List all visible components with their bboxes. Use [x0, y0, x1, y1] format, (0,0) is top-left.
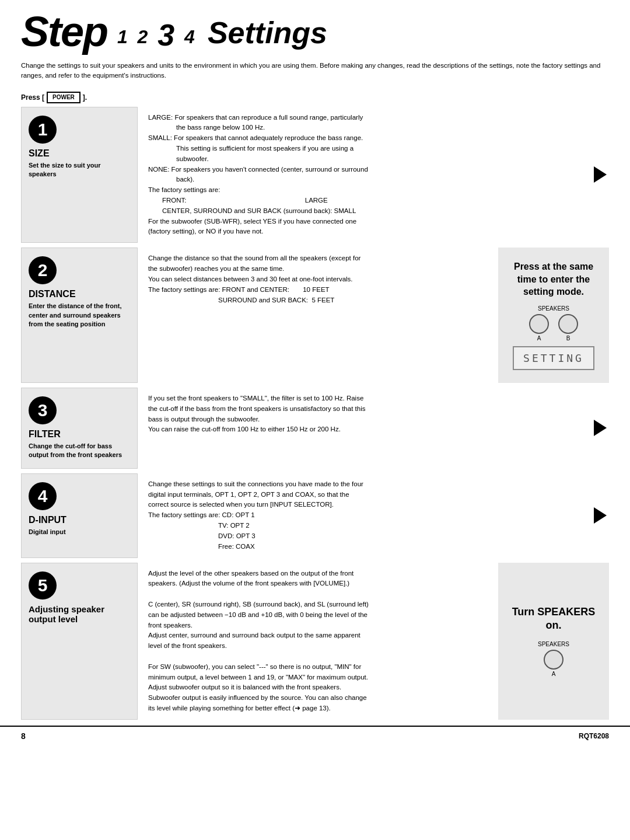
model-number: RQT6208	[579, 732, 609, 740]
section-3-right	[498, 388, 609, 469]
section-2-left: 2 DISTANCE Enter the distance of the fro…	[21, 248, 138, 383]
speaker-a-wrap: A	[529, 314, 549, 341]
section-2-title: DISTANCE	[29, 289, 129, 299]
section-1-number: 1	[29, 116, 57, 144]
section-1-right	[498, 107, 609, 243]
setting-display: SETTING	[513, 346, 594, 370]
section-3-title: FILTER	[29, 429, 129, 440]
page-footer: 8 RQT6208	[0, 726, 630, 745]
press-setting-text: Press at the same time to enter the sett…	[509, 260, 598, 298]
section-5-left: 5 Adjusting speaker output level	[21, 563, 138, 720]
section-1-title: SIZE	[29, 148, 129, 159]
sections-container: 1 SIZE Set the size to suit your speaker…	[0, 107, 630, 720]
section-4-row: 4 D-INPUT Digital input Change these set…	[21, 473, 609, 558]
section-2-content: Change the distance so that the sound fr…	[144, 248, 498, 383]
turn-speaker-a-label: A	[552, 671, 556, 677]
section-3-arrow	[594, 420, 607, 436]
speakers-diagram: SPEAKERS A B SETTING	[513, 305, 594, 370]
turn-speakers-diagram: SPEAKERS A	[538, 641, 569, 677]
section-4-number: 4	[29, 482, 57, 510]
section-1-subtitle: Set the size to suit your speakers	[29, 161, 129, 179]
page-number: 8	[21, 731, 26, 741]
turn-speakers-text: Turn SPEAKERS on.	[509, 605, 598, 633]
speaker-b-circle	[558, 314, 578, 334]
section-1-content: LARGE: For speakers that can reproduce a…	[144, 107, 498, 243]
turn-speakers-panel: Turn SPEAKERS on. SPEAKERS A	[503, 571, 604, 712]
speaker-b-wrap: B	[558, 314, 578, 341]
section-3-content: If you set the front speakers to "SMALL"…	[144, 388, 498, 469]
section-3-row: 3 FILTER Change the cut-off for bass out…	[21, 388, 609, 469]
speaker-a-circle	[529, 314, 549, 334]
press-label-end: ].	[83, 93, 87, 102]
page-container: Step 1 2 3 4 Settings Change the setting…	[0, 0, 630, 745]
step-word: Step	[21, 11, 107, 53]
section-2-row: 2 DISTANCE Enter the distance of the fro…	[21, 248, 609, 383]
section-4-content: Change these settings to suit the connec…	[144, 473, 498, 558]
speakers-label: SPEAKERS	[538, 305, 569, 312]
header: Step 1 2 3 4 Settings	[0, 0, 630, 57]
section-4-left: 4 D-INPUT Digital input	[21, 473, 138, 558]
turn-speakers-label: SPEAKERS	[538, 641, 569, 647]
section-4-subtitle: Digital input	[29, 528, 129, 536]
turn-speaker-circles: A	[544, 650, 564, 677]
section-5-right: Turn SPEAKERS on. SPEAKERS A	[498, 563, 609, 720]
power-button-icon[interactable]: POWER	[47, 92, 80, 103]
section-1-left: 1 SIZE Set the size to suit your speaker…	[21, 107, 138, 243]
section-2-subtitle: Enter the distance of the front, center …	[29, 302, 129, 329]
step-after: 4	[177, 26, 197, 48]
section-5-content: Adjust the level of the other speakers b…	[144, 563, 498, 720]
turn-speaker-a-circle	[544, 650, 564, 670]
section-5-title: Adjusting speaker output level	[29, 604, 129, 624]
section-5-number: 5	[29, 571, 57, 599]
section-1-row: 1 SIZE Set the size to suit your speaker…	[21, 107, 609, 243]
turn-speaker-a-wrap: A	[544, 650, 564, 677]
step-nums: 1 2	[110, 26, 158, 48]
section-5-row: 5 Adjusting speaker output level Adjust …	[21, 563, 609, 720]
section-2-number: 2	[29, 256, 57, 284]
settings-title: Settings	[208, 15, 327, 50]
section-4-arrow	[594, 507, 607, 524]
step-active: 3	[158, 18, 174, 53]
speaker-b-label: B	[566, 335, 570, 341]
press-label: Press [	[21, 93, 44, 102]
section-2-right: Press at the same time to enter the sett…	[498, 248, 609, 383]
section-3-subtitle: Change the cut-off for bass output from …	[29, 442, 129, 460]
press-row: Press [ POWER ].	[0, 87, 630, 107]
press-setting-panel: Press at the same time to enter the sett…	[503, 255, 604, 376]
section-3-left: 3 FILTER Change the cut-off for bass out…	[21, 388, 138, 469]
section-4-right	[498, 473, 609, 558]
speaker-a-label: A	[537, 335, 541, 341]
section-4-title: D-INPUT	[29, 515, 129, 525]
section-1-arrow	[594, 166, 607, 183]
speaker-circles: A B	[529, 314, 578, 341]
section-3-number: 3	[29, 396, 57, 424]
header-description: Change the settings to suit your speaker…	[0, 57, 630, 87]
